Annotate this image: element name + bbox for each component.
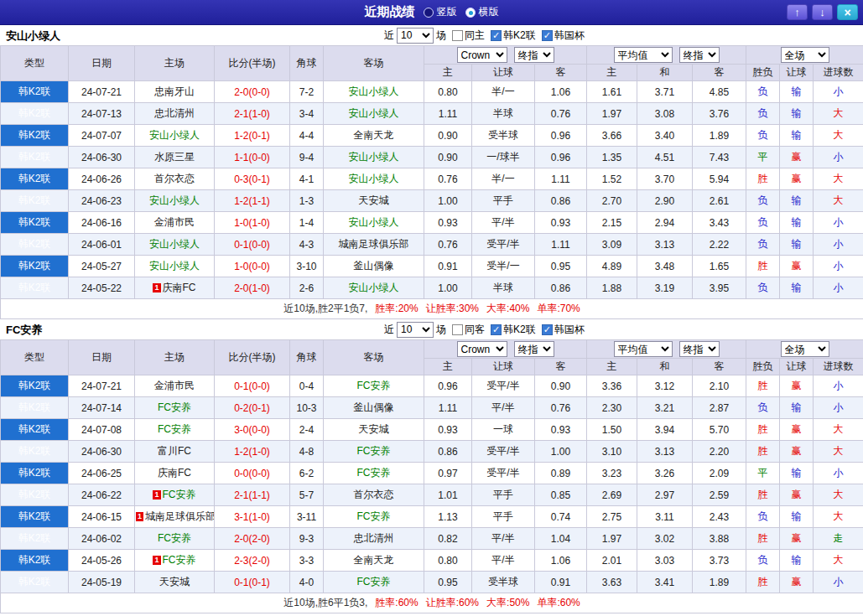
result-handicap-cell: 赢 [780, 572, 814, 593]
red-card-badge: 1 [153, 490, 160, 500]
score-cell: 1-2(1-0) [215, 441, 290, 463]
avg-away-cell: 4.85 [693, 81, 746, 103]
avg-draw-cell: 2.90 [637, 190, 693, 212]
league-cell: 韩K2联 [1, 125, 69, 147]
home-team-cell: FC安养 [135, 419, 215, 441]
cup-checkbox[interactable] [542, 324, 553, 335]
avg-draw-cell: 3.19 [637, 277, 693, 299]
same-venue-checkbox[interactable] [452, 324, 463, 335]
home-odds-cell: 0.76 [424, 234, 472, 256]
corner-cell: 7-2 [290, 81, 324, 103]
date-cell: 24-07-07 [69, 125, 135, 147]
avg-away-cell: 5.70 [693, 419, 746, 441]
result-goals-cell: 大 [814, 190, 863, 212]
handicap-cell: 一球 [472, 419, 535, 441]
layout-radio-vertical[interactable]: 竖版 [424, 5, 457, 19]
league-label: 韩K2联 [503, 28, 536, 43]
team-label: 城南足球俱乐部 [339, 238, 409, 250]
final-odds-select[interactable]: 终指 [514, 47, 554, 63]
away-odds-cell: 0.86 [535, 277, 587, 299]
cup-checkbox[interactable] [542, 30, 553, 41]
league-cell: 韩K2联 [1, 419, 69, 441]
final-odds-select-2[interactable]: 终指 [679, 47, 720, 63]
avg-home-cell: 2.70 [587, 190, 637, 212]
col-guest-odds: 客 [535, 65, 587, 81]
score-cell: 1-0(0-0) [215, 256, 290, 277]
league-cell: 韩K2联 [1, 234, 69, 256]
final-odds-select[interactable]: 终指 [514, 341, 554, 357]
avg-home-cell: 4.89 [587, 256, 637, 277]
team-label: 全南天龙 [354, 129, 394, 141]
games-label: 场 [436, 28, 446, 43]
radio-icon [465, 8, 476, 18]
handicap-cell: 平/半 [472, 212, 535, 234]
match-row: 韩K2联24-06-02FC安养2-0(2-0)9-3忠北清州0.82平/半1.… [1, 528, 863, 550]
same-venue-checkbox[interactable] [452, 30, 463, 41]
avg-home-cell: 3.23 [587, 463, 637, 484]
cup-label: 韩国杯 [554, 323, 585, 337]
col-wdl: 胜负 [746, 65, 780, 81]
avg-home-cell: 3.66 [587, 125, 637, 147]
summary-stat: 让胜率:30% [426, 303, 479, 314]
result-goals-cell: 小 [814, 256, 863, 277]
home-odds-cell: 1.00 [424, 277, 472, 299]
match-count-select[interactable]: 10 [397, 28, 434, 44]
result-handicap-cell: 输 [780, 463, 814, 484]
team-label: 忠北清州 [154, 107, 195, 119]
match-count-select[interactable]: 10 [397, 322, 434, 338]
date-cell: 24-06-30 [69, 441, 135, 463]
average-select[interactable]: 平均值 [614, 47, 673, 63]
away-team-cell: 安山小绿人 [324, 147, 424, 168]
date-cell: 24-06-26 [69, 168, 135, 190]
final-odds-select-2[interactable]: 终指 [679, 341, 720, 357]
avg-home-cell: 1.88 [587, 277, 637, 299]
team-label: 金浦市民 [154, 216, 195, 228]
bookmaker-select[interactable]: Crown [457, 341, 507, 357]
score-cell: 0-1(0-0) [215, 234, 290, 256]
avg-away-cell: 2.10 [693, 375, 746, 397]
away-odds-cell: 0.91 [535, 572, 587, 593]
away-team-cell: 安山小绿人 [324, 277, 424, 299]
average-select[interactable]: 平均值 [614, 341, 673, 357]
team-name: FC安养 [6, 323, 42, 338]
fulltime-select[interactable]: 全场 [781, 47, 829, 63]
result-handicap-cell: 赢 [780, 419, 814, 441]
league-checkbox[interactable] [491, 324, 502, 335]
score-cell: 0-2(0-1) [215, 397, 290, 419]
league-checkbox[interactable] [491, 30, 502, 41]
handicap-cell: 受平/半 [472, 375, 535, 397]
team-label: 安山小绿人 [349, 173, 399, 184]
move-up-button[interactable]: ↑ [787, 4, 808, 20]
result-goals-cell: 小 [814, 212, 863, 234]
handicap-cell: 半/一 [472, 168, 535, 190]
fulltime-select[interactable]: 全场 [781, 341, 829, 357]
avg-away-cell: 2.20 [693, 441, 746, 463]
section-header: FC安养 近 10 场 同客 韩K2联 韩国杯 [0, 319, 863, 339]
away-odds-cell: 1.11 [535, 234, 587, 256]
home-odds-cell: 0.93 [424, 212, 472, 234]
result-goals-cell: 小 [814, 81, 863, 103]
col-home: 主场 [135, 46, 215, 81]
team-label: 安山小绿人 [349, 107, 399, 119]
handicap-cell: 平/半 [472, 528, 535, 550]
home-odds-cell: 0.90 [424, 125, 472, 147]
match-row: 韩K2联24-07-07安山小绿人1-2(0-1)4-4全南天龙0.90受半球0… [1, 125, 863, 147]
layout-radio-horizontal[interactable]: 横版 [465, 5, 499, 19]
away-team-cell: FC安养 [324, 572, 424, 593]
same-venue-label: 同主 [465, 28, 485, 43]
league-cell: 韩K2联 [1, 441, 69, 463]
match-row: 韩K2联24-06-23安山小绿人1-2(1-1)1-3天安城1.00平手0.8… [1, 190, 863, 212]
move-down-button[interactable]: ↓ [812, 4, 833, 20]
close-button[interactable]: × [837, 4, 858, 20]
corner-cell: 4-1 [290, 168, 324, 190]
home-team-cell: 安山小绿人 [135, 125, 215, 147]
avg-draw-cell: 3.71 [637, 81, 693, 103]
away-odds-cell: 0.89 [535, 463, 587, 484]
col-type: 类型 [1, 340, 69, 375]
avg-home-cell: 2.69 [587, 484, 637, 506]
col-handicap: 让球 [472, 359, 535, 375]
avg-away-cell: 3.43 [693, 212, 746, 234]
bookmaker-select[interactable]: Crown [457, 47, 507, 63]
avg-away-cell: 2.22 [693, 234, 746, 256]
away-team-cell: 城南足球俱乐部 [324, 234, 424, 256]
